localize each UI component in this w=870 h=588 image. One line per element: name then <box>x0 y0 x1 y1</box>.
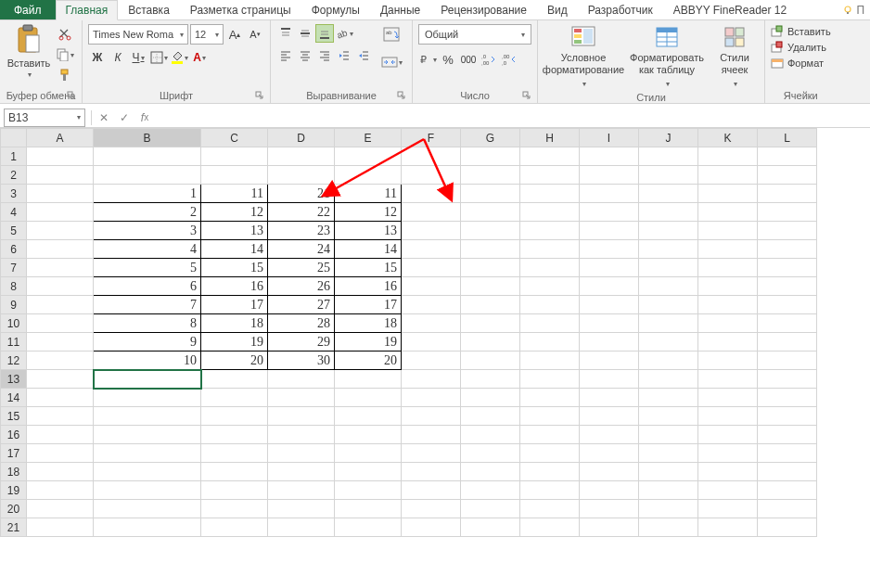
cell-J18[interactable] <box>639 463 698 481</box>
cell-L9[interactable] <box>758 296 817 314</box>
cell-E10[interactable]: 18 <box>335 314 402 333</box>
cell-K13[interactable] <box>698 370 758 389</box>
cell-B18[interactable] <box>94 463 201 481</box>
cell-I21[interactable] <box>580 518 639 537</box>
cell-D11[interactable]: 29 <box>268 333 335 352</box>
cell-D18[interactable] <box>268 463 335 481</box>
tab-view[interactable]: Вид <box>537 0 578 19</box>
row-header-4[interactable]: 4 <box>1 203 27 222</box>
name-box[interactable]: B13▾ <box>4 109 85 127</box>
wrap-text-button[interactable]: ab <box>380 24 403 45</box>
format-painter-button[interactable] <box>56 67 74 83</box>
cell-E13[interactable] <box>335 370 402 389</box>
cell-L6[interactable] <box>758 240 817 259</box>
cell-J3[interactable] <box>639 185 698 203</box>
column-header-F[interactable]: F <box>402 129 461 147</box>
cell-B11[interactable]: 9 <box>94 333 201 352</box>
number-format-select[interactable]: Общий▾ <box>418 24 531 45</box>
paste-button[interactable]: Вставить ▾ <box>4 22 54 79</box>
cell-A18[interactable] <box>27 463 94 481</box>
cell-I2[interactable] <box>580 166 639 185</box>
cell-G11[interactable] <box>461 333 520 352</box>
cell-E8[interactable]: 16 <box>335 277 402 296</box>
cell-B19[interactable] <box>94 481 201 500</box>
cell-K11[interactable] <box>698 333 758 352</box>
cell-L18[interactable] <box>758 463 817 481</box>
tell-me[interactable]: П <box>837 0 870 19</box>
cell-J9[interactable] <box>639 296 698 314</box>
cell-B9[interactable]: 7 <box>94 296 201 314</box>
tab-formulas[interactable]: Формулы <box>301 0 370 19</box>
underline-button[interactable]: Ч▾ <box>129 48 147 67</box>
cell-A5[interactable] <box>27 222 94 240</box>
cell-C1[interactable] <box>201 147 268 166</box>
cell-D3[interactable]: 21 <box>268 185 335 203</box>
cell-K5[interactable] <box>698 222 758 240</box>
cell-E15[interactable] <box>335 407 402 426</box>
cell-D1[interactable] <box>268 147 335 166</box>
cell-J12[interactable] <box>639 352 698 370</box>
cell-J15[interactable] <box>639 407 698 426</box>
cell-G19[interactable] <box>461 481 520 500</box>
orientation-button[interactable]: ab▾ <box>335 24 353 43</box>
column-header-J[interactable]: J <box>639 129 698 147</box>
increase-indent-button[interactable] <box>354 46 373 65</box>
cell-F11[interactable] <box>402 333 461 352</box>
insert-function-button[interactable]: fx <box>134 109 155 127</box>
cell-D12[interactable]: 30 <box>268 352 335 370</box>
cell-C17[interactable] <box>201 444 268 463</box>
cell-H1[interactable] <box>520 147 580 166</box>
cell-H4[interactable] <box>520 203 580 222</box>
cell-F6[interactable] <box>402 240 461 259</box>
cell-I17[interactable] <box>580 444 639 463</box>
cell-H6[interactable] <box>520 240 580 259</box>
font-name-select[interactable]: Times New Roma▾ <box>88 24 188 45</box>
cell-I4[interactable] <box>580 203 639 222</box>
row-header-6[interactable]: 6 <box>1 240 27 259</box>
cell-K20[interactable] <box>698 500 758 518</box>
cell-I9[interactable] <box>580 296 639 314</box>
cell-G2[interactable] <box>461 166 520 185</box>
cell-E21[interactable] <box>335 518 402 537</box>
row-header-14[interactable]: 14 <box>1 389 27 407</box>
cell-H9[interactable] <box>520 296 580 314</box>
cell-A19[interactable] <box>27 481 94 500</box>
cell-K18[interactable] <box>698 463 758 481</box>
cell-C12[interactable]: 20 <box>201 352 268 370</box>
cell-F7[interactable] <box>402 259 461 277</box>
cell-F13[interactable] <box>402 370 461 389</box>
cell-F20[interactable] <box>402 500 461 518</box>
cell-L19[interactable] <box>758 481 817 500</box>
cell-C6[interactable]: 14 <box>201 240 268 259</box>
cell-A16[interactable] <box>27 426 94 444</box>
cell-F19[interactable] <box>402 481 461 500</box>
merge-button[interactable]: ▾ <box>380 52 403 72</box>
cell-G18[interactable] <box>461 463 520 481</box>
cell-E1[interactable] <box>335 147 402 166</box>
cell-C15[interactable] <box>201 407 268 426</box>
delete-cells-button[interactable]: Удалить <box>771 41 831 54</box>
row-header-13[interactable]: 13 <box>1 370 27 389</box>
cell-D6[interactable]: 24 <box>268 240 335 259</box>
dialog-launcher-clipboard[interactable] <box>67 91 76 100</box>
cell-styles-button[interactable]: Стили ячеек▾ <box>709 22 761 90</box>
font-color-button[interactable]: A▾ <box>190 48 209 67</box>
cell-D21[interactable] <box>268 518 335 537</box>
cell-K17[interactable] <box>698 444 758 463</box>
cell-K14[interactable] <box>698 389 758 407</box>
select-all-corner[interactable] <box>1 129 27 147</box>
cell-B12[interactable]: 10 <box>94 352 201 370</box>
cell-B7[interactable]: 5 <box>94 259 201 277</box>
cell-K8[interactable] <box>698 277 758 296</box>
cell-H7[interactable] <box>520 259 580 277</box>
cell-C7[interactable]: 15 <box>201 259 268 277</box>
align-middle-button[interactable] <box>296 24 314 43</box>
cell-F9[interactable] <box>402 296 461 314</box>
cell-L16[interactable] <box>758 426 817 444</box>
cell-J2[interactable] <box>639 166 698 185</box>
cancel-formula-button[interactable]: ✕ <box>94 109 114 127</box>
cell-D16[interactable] <box>268 426 335 444</box>
row-header-19[interactable]: 19 <box>1 481 27 500</box>
row-header-16[interactable]: 16 <box>1 426 27 444</box>
row-header-11[interactable]: 11 <box>1 333 27 352</box>
